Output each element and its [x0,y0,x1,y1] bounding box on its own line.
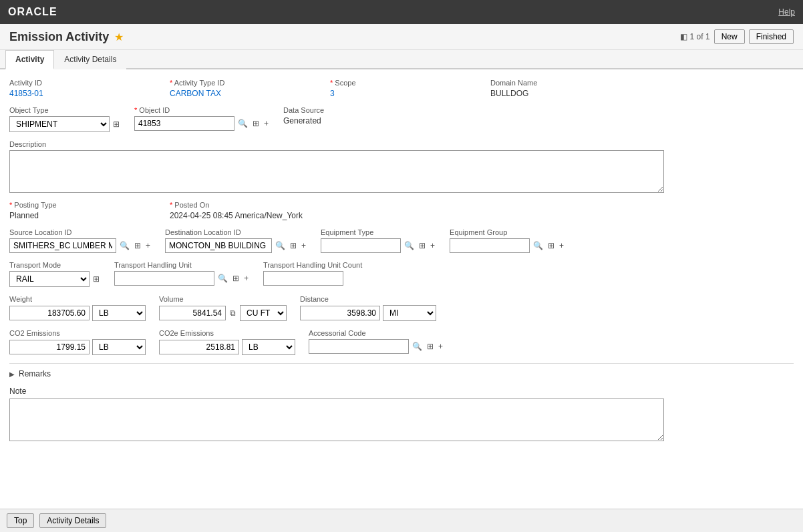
equipment-type-search-icon[interactable]: 🔍 [403,241,416,250]
domain-name-value: BULLDOG [490,89,637,98]
destination-location-input[interactable] [165,238,272,253]
destination-location-add-icon[interactable]: + [300,241,307,250]
bottom-bar: Top Activity Details [0,509,803,532]
transport-handling-unit-count-label: Transport Handling Unit Count [263,261,362,269]
weight-input[interactable] [9,306,90,320]
scope-label: Scope [330,79,477,87]
accessorial-code-search-icon[interactable]: 🔍 [411,342,424,351]
destination-location-search-icon[interactable]: 🔍 [274,241,287,250]
divider-1 [9,363,794,364]
weight-label: Weight [9,295,146,303]
transport-handling-unit-input[interactable] [114,271,214,286]
transport-handling-unit-count-input[interactable] [263,271,343,286]
object-id-input-group: 🔍 ⊞ + [134,116,270,131]
source-location-input-group: 🔍 ⊞ + [9,238,152,253]
tabs-container: Activity Activity Details [0,50,803,69]
activity-id-label: Activity ID [9,79,156,87]
equipment-type-add-icon[interactable]: + [429,241,436,250]
co2e-emissions-unit-select[interactable]: LB [242,339,295,355]
finished-button[interactable]: Finished [749,29,794,44]
remarks-toggle[interactable]: Remarks [9,369,794,378]
equipment-type-edit-icon[interactable]: ⊞ [418,241,427,250]
object-type-label: Object Type [9,106,121,114]
help-link[interactable]: Help [778,7,795,17]
activity-type-id-value[interactable]: CARBON TAX [170,89,317,98]
accessorial-code-group: Accessorial Code 🔍 ⊞ + [309,329,444,354]
row-locations: Source Location ID 🔍 ⊞ + Destination Loc… [9,228,794,253]
equipment-type-label: Equipment Type [321,228,436,236]
transport-handling-unit-edit-icon[interactable]: ⊞ [231,274,240,283]
co2-emissions-input[interactable] [9,340,90,354]
co2e-emissions-label: CO2e Emissions [159,329,295,337]
description-textarea[interactable] [9,150,664,193]
distance-input[interactable] [300,306,380,320]
object-id-edit-icon[interactable]: ⊞ [251,119,261,128]
weight-group: Weight LB [9,295,146,321]
volume-expand-icon[interactable]: ⧉ [228,308,237,318]
transport-handling-unit-input-group: 🔍 ⊞ + [114,271,250,286]
volume-input-group: ⧉ CU FT [159,305,287,321]
activity-type-id-label: Activity Type ID [170,79,317,87]
tab-activity[interactable]: Activity [5,50,54,69]
object-id-input[interactable] [134,116,234,131]
equipment-group-add-icon[interactable]: + [558,241,565,250]
transport-mode-input-group: RAIL ⊞ [9,271,101,287]
source-location-add-icon[interactable]: + [144,241,152,250]
accessorial-code-add-icon[interactable]: + [437,342,444,351]
equipment-group-search-icon[interactable]: 🔍 [532,241,544,250]
distance-unit-select[interactable]: MI [383,305,436,321]
transport-handling-unit-add-icon[interactable]: + [243,274,250,283]
distance-input-group: MI [300,305,436,321]
accessorial-code-input-group: 🔍 ⊞ + [309,339,444,354]
activity-type-id-group: Activity Type ID CARBON TAX [170,79,317,98]
accessorial-code-edit-icon[interactable]: ⊞ [426,342,435,351]
transport-mode-edit-icon[interactable]: ⊞ [92,274,101,284]
volume-group: Volume ⧉ CU FT [159,295,287,321]
page-title-group: Emission Activity ★ [9,30,124,44]
source-location-input[interactable] [9,238,116,253]
source-location-label: Source Location ID [9,228,152,236]
domain-name-label: Domain Name [490,79,637,87]
equipment-group-edit-icon[interactable]: ⊞ [546,241,556,250]
posting-type-label: Posting Type [9,201,156,209]
distance-group: Distance MI [300,295,436,321]
equipment-group-input[interactable] [450,238,530,253]
top-navigation-bar: ORACLE Help [0,0,803,24]
volume-unit-select[interactable]: CU FT [240,305,287,321]
object-id-search-icon[interactable]: 🔍 [236,119,249,128]
remarks-arrow-icon [9,370,15,378]
scope-value[interactable]: 3 [330,89,477,98]
object-id-label: Object ID [134,106,270,114]
accessorial-code-input[interactable] [309,339,409,354]
co2e-emissions-input[interactable] [159,340,239,354]
scope-group: Scope 3 [330,79,477,98]
volume-input[interactable] [159,306,226,320]
object-type-edit-icon[interactable]: ⊞ [112,119,121,129]
co2e-emissions-group: CO2e Emissions LB [159,329,295,355]
row-emissions: CO2 Emissions LB CO2e Emissions LB [9,329,794,355]
new-button[interactable]: New [714,29,745,44]
row-description: Description [9,140,794,193]
activity-details-button[interactable]: Activity Details [39,513,106,528]
object-type-select[interactable]: SHIPMENT [9,116,110,132]
transport-handling-unit-search-icon[interactable]: 🔍 [216,274,229,283]
data-source-group: Data Source Generated [283,106,324,125]
accessorial-code-label: Accessorial Code [309,329,444,337]
note-textarea[interactable] [9,398,664,441]
activity-id-value[interactable]: 41853-01 [9,89,156,98]
weight-unit-select[interactable]: LB [92,305,146,321]
source-location-edit-icon[interactable]: ⊞ [133,241,142,250]
destination-location-edit-icon[interactable]: ⊞ [289,241,298,250]
star-icon[interactable]: ★ [114,31,124,43]
equipment-type-input[interactable] [321,238,401,253]
transport-mode-select[interactable]: RAIL [9,271,90,287]
top-button[interactable]: Top [7,513,34,528]
co2-emissions-unit-select[interactable]: LB [92,339,146,355]
volume-label: Volume [159,295,287,303]
source-location-search-icon[interactable]: 🔍 [118,241,131,250]
co2-emissions-label: CO2 Emissions [9,329,146,337]
tab-activity-details[interactable]: Activity Details [54,50,126,69]
co2-emissions-input-group: LB [9,339,146,355]
object-id-add-icon[interactable]: + [263,119,270,128]
row-measurements: Weight LB Volume ⧉ CU FT [9,295,794,321]
